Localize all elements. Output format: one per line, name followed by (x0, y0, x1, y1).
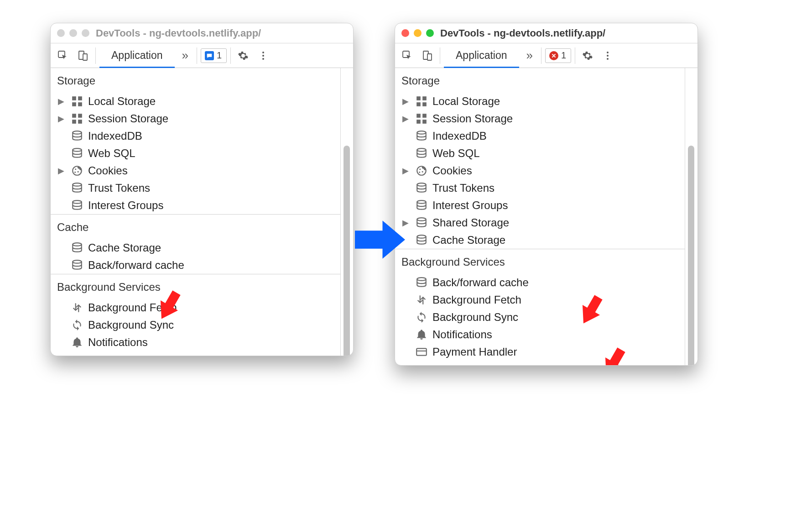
arrow-right-icon (355, 219, 405, 260)
close-dot[interactable] (401, 29, 409, 37)
badge-count: 1 (217, 50, 222, 61)
devtools-window-before: DevTools - ng-devtools.netlify.app/ Appl… (50, 23, 354, 356)
device-toggle-icon[interactable] (74, 47, 92, 64)
tree-item[interactable]: Back/forward cache (51, 257, 340, 274)
tree-item-label: Interest Groups (88, 199, 163, 212)
tree-item[interactable]: Background Fetch (395, 291, 685, 309)
scrollbar[interactable] (340, 68, 353, 356)
db-icon (415, 182, 428, 194)
section-header: Background Services (51, 274, 340, 299)
panel-content: Storage▶Local Storage▶Session StorageInd… (395, 68, 697, 365)
device-toggle-icon[interactable] (419, 47, 436, 64)
svg-point-45 (417, 235, 426, 238)
gear-icon[interactable] (579, 47, 596, 64)
svg-point-4 (262, 55, 264, 57)
section-header: Background Services (395, 249, 685, 274)
tab-application[interactable]: Application (99, 43, 175, 68)
caret-icon[interactable]: ▶ (58, 96, 64, 106)
db-icon (71, 130, 83, 142)
tab-label: Application (456, 49, 507, 62)
svg-point-27 (607, 55, 609, 57)
section-header: Cache (51, 214, 340, 239)
tree-item-label: Back/forward cache (432, 276, 529, 289)
tree-item[interactable]: IndexedDB (51, 127, 340, 145)
tree-item[interactable]: ▶Shared Storage (395, 214, 685, 231)
traffic-lights[interactable] (57, 29, 89, 37)
tree-item[interactable]: ▶Session Storage (51, 110, 340, 127)
minimize-dot[interactable] (414, 29, 422, 37)
more-tabs-icon[interactable]: » (177, 48, 193, 63)
svg-point-14 (73, 131, 82, 134)
titlebar: DevTools - ng-devtools.netlify.app/ (51, 23, 353, 43)
tree-item[interactable]: ▶Local Storage (51, 93, 340, 110)
separator (541, 47, 541, 64)
bell-icon (415, 328, 428, 341)
tree-item[interactable]: ▶Cookies (51, 162, 340, 179)
caret-icon[interactable]: ▶ (402, 166, 409, 176)
tree-item[interactable]: Background Sync (51, 316, 340, 334)
section-header: Storage (51, 68, 340, 93)
svg-point-43 (417, 200, 426, 204)
tree-item[interactable]: Cache Storage (51, 239, 340, 257)
tree-item[interactable]: Background Fetch (51, 299, 340, 316)
tree-item-label: Local Storage (432, 95, 500, 108)
tree-item[interactable]: Interest Groups (51, 197, 340, 214)
tree-item[interactable]: Notifications (51, 334, 340, 351)
inspect-element-icon[interactable] (399, 47, 416, 64)
separator (575, 47, 575, 64)
svg-rect-25 (427, 54, 432, 60)
tree-item[interactable]: ▶Session Storage (395, 110, 685, 127)
db-icon (71, 182, 83, 194)
scrollbar[interactable] (685, 68, 697, 365)
gear-icon[interactable] (234, 47, 252, 64)
error-icon (549, 51, 558, 60)
kebab-menu-icon[interactable] (599, 47, 616, 64)
tree-item[interactable]: Trust Tokens (395, 179, 685, 197)
svg-point-40 (419, 172, 420, 173)
svg-rect-12 (72, 120, 76, 124)
tree-item-label: Cookies (88, 164, 128, 177)
svg-rect-6 (72, 96, 76, 100)
tree-item[interactable]: Payment Handler (395, 343, 685, 361)
caret-icon[interactable]: ▶ (402, 96, 409, 106)
tree-item[interactable]: Web SQL (51, 145, 340, 162)
db-icon (71, 259, 83, 272)
caret-icon[interactable]: ▶ (402, 114, 409, 124)
grid-icon (71, 95, 83, 108)
tree-item[interactable]: Cache Storage (395, 231, 685, 249)
zoom-dot[interactable] (426, 29, 434, 37)
separator (197, 47, 197, 64)
grid-icon (415, 112, 428, 125)
errors-badge[interactable]: 1 (545, 48, 571, 63)
caret-icon[interactable]: ▶ (58, 166, 64, 176)
tree-item[interactable]: ▶Local Storage (395, 93, 685, 110)
tree-item[interactable]: Back/forward cache (395, 274, 685, 291)
tree-item[interactable]: Web SQL (395, 145, 685, 162)
tree-item[interactable]: IndexedDB (395, 127, 685, 145)
svg-point-17 (74, 172, 76, 173)
close-dot[interactable] (57, 29, 65, 37)
inspect-element-icon[interactable] (54, 47, 72, 64)
issues-badge[interactable]: 1 (201, 48, 227, 63)
tree-item-label: Web SQL (432, 147, 480, 160)
traffic-lights[interactable] (401, 29, 434, 37)
tree-item[interactable]: ▶Cookies (395, 162, 685, 179)
tree-item[interactable]: Interest Groups (395, 197, 685, 214)
minimize-dot[interactable] (69, 29, 77, 37)
kebab-menu-icon[interactable] (255, 47, 272, 64)
tree-item-label: Interest Groups (432, 199, 508, 212)
tree-item[interactable]: Background Sync (395, 309, 685, 326)
svg-rect-11 (78, 114, 82, 118)
more-tabs-icon[interactable]: » (522, 48, 537, 63)
tree-item[interactable]: Notifications (395, 326, 685, 343)
caret-icon[interactable]: ▶ (58, 114, 64, 124)
tree-item-label: Cache Storage (88, 241, 161, 254)
tree-item[interactable]: Trust Tokens (51, 179, 340, 197)
panel-content: Storage▶Local Storage▶Session StorageInd… (51, 68, 353, 356)
svg-rect-2 (83, 54, 87, 60)
svg-rect-32 (422, 102, 427, 106)
zoom-dot[interactable] (82, 29, 89, 37)
svg-point-41 (422, 171, 423, 173)
fetch-icon (415, 294, 428, 306)
tab-application[interactable]: Application (444, 43, 519, 68)
